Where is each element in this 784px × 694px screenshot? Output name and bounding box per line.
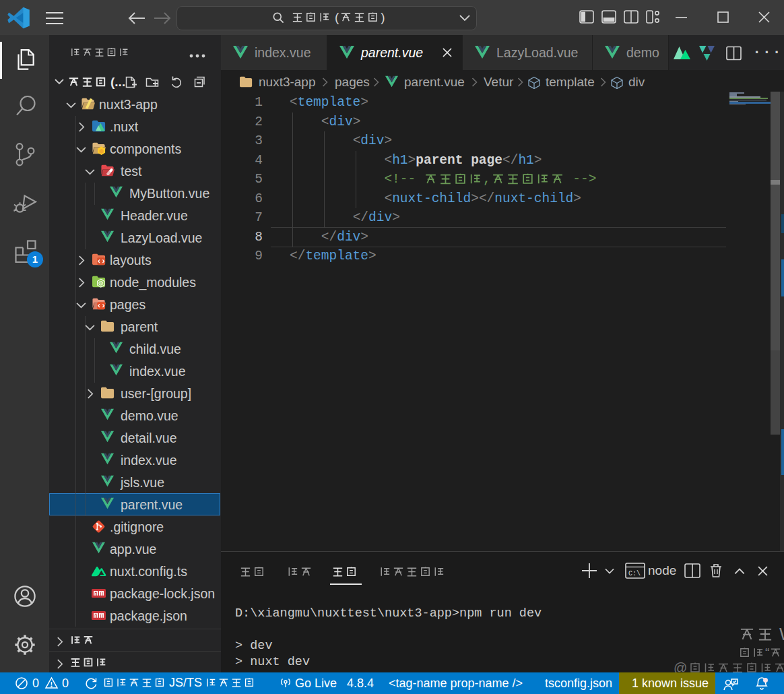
svg-text:C:\: C:\ <box>628 570 641 577</box>
svg-text:js: js <box>99 281 102 285</box>
